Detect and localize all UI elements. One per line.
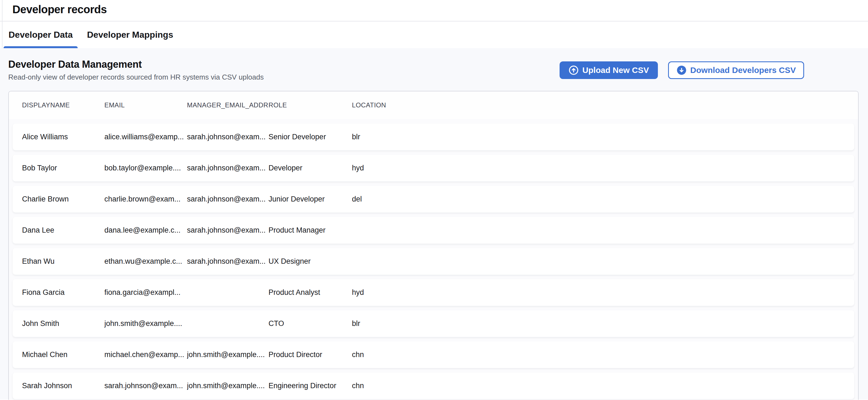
- cell-location: blr: [352, 319, 854, 328]
- page-title: Developer records: [12, 3, 107, 16]
- table-row: Michael Chen michael.chen@examp... john.…: [13, 341, 854, 368]
- cell-location: chn: [352, 381, 854, 390]
- cell-email: dana.lee@example.c...: [104, 226, 187, 235]
- table-body: Alice Williams alice.williams@examp... s…: [9, 119, 858, 399]
- cell-role: CTO: [269, 319, 352, 328]
- cell-displayname: Fiona Garcia: [22, 288, 104, 297]
- column-header-role: ROLE: [269, 101, 352, 109]
- cell-role: UX Designer: [269, 257, 352, 266]
- title-bar: Developer records: [0, 0, 868, 22]
- table-row: Ethan Wu ethan.wu@example.c... sarah.joh…: [13, 248, 854, 275]
- circle-arrow-down-icon: [676, 65, 687, 75]
- column-header-displayname: DISPLAYNAME: [22, 101, 104, 109]
- cell-role: Developer: [269, 164, 352, 172]
- csv-actions: Upload New CSV Download Developers CSV: [560, 61, 804, 79]
- cell-email: michael.chen@examp...: [104, 350, 187, 359]
- table-row: John Smith john.smith@example.... CTO bl…: [13, 310, 854, 337]
- cell-location: hyd: [352, 164, 854, 172]
- cell-role: Engineering Director: [269, 381, 352, 390]
- table-row: Charlie Brown charlie.brown@exam... sara…: [13, 186, 854, 213]
- cell-displayname: John Smith: [22, 319, 104, 328]
- cell-role: Product Manager: [269, 226, 352, 235]
- column-header-location: LOCATION: [352, 101, 858, 109]
- cell-email: fiona.garcia@exampl...: [104, 288, 187, 297]
- cell-manager-email: john.smith@example....: [187, 350, 269, 359]
- tab-developer-mappings[interactable]: Developer Mappings: [82, 22, 178, 48]
- cell-location: chn: [352, 350, 854, 359]
- table-row: Dana Lee dana.lee@example.c... sarah.joh…: [13, 217, 854, 244]
- table-row: Fiona Garcia fiona.garcia@exampl... Prod…: [13, 279, 854, 306]
- column-header-email: EMAIL: [104, 101, 187, 109]
- cell-displayname: Bob Taylor: [22, 164, 104, 172]
- cell-role: Product Director: [269, 350, 352, 359]
- content-left-divider: [2, 0, 2, 49]
- cell-displayname: Alice Williams: [22, 133, 104, 141]
- table-row: Alice Williams alice.williams@examp... s…: [13, 124, 854, 150]
- developer-table: DISPLAYNAME EMAIL MANAGER_EMAIL_ADDRE...…: [8, 91, 859, 400]
- table-header-row: DISPLAYNAME EMAIL MANAGER_EMAIL_ADDRE...…: [9, 91, 858, 119]
- cell-displayname: Michael Chen: [22, 350, 104, 359]
- table-row: Sarah Johnson sarah.johnson@exam... john…: [13, 372, 854, 399]
- download-button-label: Download Developers CSV: [690, 65, 796, 75]
- cell-manager-email: sarah.johnson@exam...: [187, 226, 269, 235]
- cell-role: Product Analyst: [269, 288, 352, 297]
- cell-role: Senior Developer: [269, 133, 352, 141]
- cell-location: del: [352, 195, 854, 204]
- tab-developer-data[interactable]: Developer Data: [4, 22, 78, 48]
- section-title: Developer Data Management: [8, 59, 264, 70]
- section-header: Developer Data Management Read-only view…: [8, 59, 859, 82]
- upload-button-label: Upload New CSV: [583, 65, 649, 75]
- cell-displayname: Sarah Johnson: [22, 381, 104, 390]
- cell-manager-email: sarah.johnson@exam...: [187, 133, 269, 141]
- cell-manager-email: sarah.johnson@exam...: [187, 195, 269, 204]
- section-text: Developer Data Management Read-only view…: [8, 59, 264, 82]
- cell-manager-email: sarah.johnson@exam...: [187, 257, 269, 266]
- cell-email: charlie.brown@exam...: [104, 195, 187, 204]
- cell-email: ethan.wu@example.c...: [104, 257, 187, 266]
- circle-arrow-up-icon: [568, 65, 579, 75]
- cell-displayname: Ethan Wu: [22, 257, 104, 266]
- cell-manager-email: sarah.johnson@exam...: [187, 164, 269, 172]
- cell-displayname: Charlie Brown: [22, 195, 104, 204]
- column-header-manager-email: MANAGER_EMAIL_ADDRE...: [187, 101, 269, 109]
- cell-email: alice.williams@examp...: [104, 133, 187, 141]
- cell-manager-email: john.smith@example....: [187, 381, 269, 390]
- download-developers-csv-button[interactable]: Download Developers CSV: [668, 61, 804, 79]
- main-content: Developer Data Management Read-only view…: [0, 48, 868, 399]
- upload-new-csv-button[interactable]: Upload New CSV: [560, 61, 658, 79]
- cell-displayname: Dana Lee: [22, 226, 104, 235]
- cell-role: Junior Developer: [269, 195, 352, 204]
- section-subtitle: Read-only view of developer records sour…: [8, 73, 264, 82]
- cell-location: hyd: [352, 288, 854, 297]
- tab-bar: Developer Data Developer Mappings: [0, 22, 868, 48]
- cell-email: sarah.johnson@exam...: [104, 381, 187, 390]
- table-row: Bob Taylor bob.taylor@example.... sarah.…: [13, 155, 854, 181]
- cell-email: john.smith@example....: [104, 319, 187, 328]
- cell-location: blr: [352, 133, 854, 141]
- cell-email: bob.taylor@example....: [104, 164, 187, 172]
